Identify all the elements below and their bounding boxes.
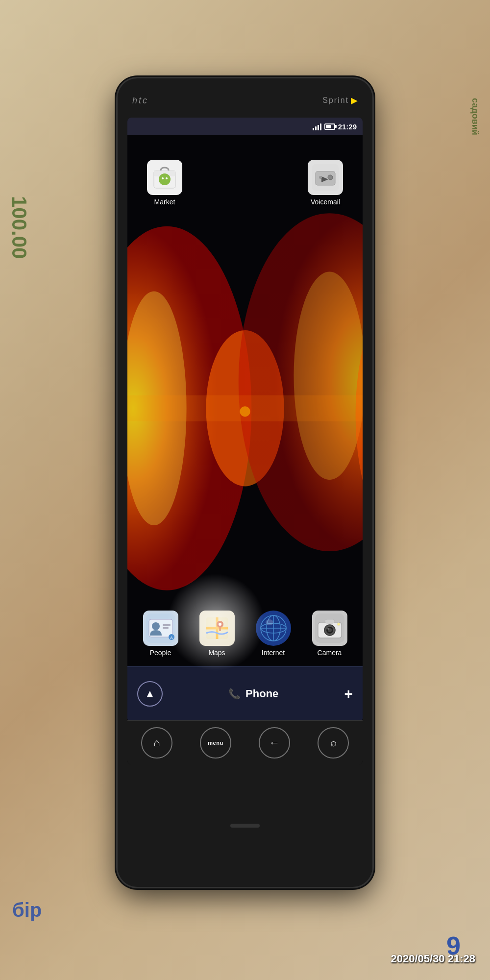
menu-button[interactable]: menu	[200, 727, 231, 759]
signal-bar-3	[318, 125, 319, 130]
svg-point-24	[152, 622, 160, 630]
status-time: 21:29	[338, 122, 357, 131]
internet-icon-image	[256, 611, 291, 646]
svg-point-9	[240, 406, 250, 416]
voicemail-label: Voicemail	[311, 198, 340, 206]
camera-app-icon[interactable]: Camera	[312, 611, 347, 657]
sprint-arrow: ▶	[351, 95, 358, 106]
home-icon: ⌂	[153, 736, 160, 749]
svg-point-21	[319, 176, 322, 179]
top-icons-row: Market	[127, 160, 363, 206]
market-icon-image	[147, 160, 182, 195]
market-app-icon[interactable]: Market	[147, 160, 182, 206]
signal-bar-4	[320, 123, 321, 130]
phone-bottom	[230, 764, 260, 887]
maps-label: Maps	[208, 649, 225, 657]
screen-main: Market	[127, 135, 363, 720]
status-bar: 21:29	[127, 118, 363, 135]
htc-logo: htc	[132, 96, 148, 106]
internet-app-icon[interactable]: Internet	[256, 611, 291, 657]
camera-icon-image	[312, 611, 347, 646]
battery-fill	[326, 125, 331, 128]
voicemail-app-icon[interactable]: Voicemail	[308, 160, 343, 206]
market-label: Market	[154, 198, 175, 206]
signal-bars	[313, 122, 321, 130]
bg-number: 100.00	[7, 196, 31, 259]
dock-bar: ▲ 📞 Phone +	[127, 666, 363, 720]
svg-point-12	[159, 173, 171, 185]
photo-timestamp: 2020/05/30 21:28	[391, 953, 476, 965]
svg-point-20	[328, 175, 333, 180]
svg-rect-15	[161, 181, 163, 184]
svg-rect-44	[325, 619, 335, 623]
physical-home-button[interactable]	[230, 824, 260, 828]
phone-device: htc Sprint ▶ 21:29	[118, 78, 372, 887]
people-app-icon[interactable]: A People	[143, 611, 178, 657]
back-button[interactable]: ←	[259, 727, 290, 759]
dock-phone-label: Phone	[245, 687, 278, 700]
camera-label: Camera	[318, 649, 342, 657]
phone-screen: 21:29	[127, 118, 363, 764]
voicemail-icon-image	[308, 160, 343, 195]
svg-point-14	[166, 177, 168, 179]
maps-icon-image	[199, 611, 235, 646]
svg-point-5	[294, 272, 363, 480]
svg-text:A: A	[170, 636, 173, 640]
add-icon: +	[344, 686, 353, 702]
dock-phone-button[interactable]: 📞 Phone	[228, 687, 278, 700]
people-label: People	[150, 649, 172, 657]
menu-icon: menu	[208, 740, 223, 746]
search-button[interactable]: ⌕	[318, 727, 349, 759]
people-icon-image: A	[143, 611, 178, 646]
signal-bar-1	[313, 128, 314, 130]
svg-rect-16	[166, 181, 169, 184]
svg-rect-26	[163, 627, 169, 629]
bottom-icons-row: A People	[127, 611, 363, 657]
signal-bar-2	[315, 126, 317, 130]
search-icon: ⌕	[330, 736, 337, 749]
svg-point-34	[219, 623, 221, 626]
svg-rect-25	[163, 624, 171, 626]
battery-icon	[324, 123, 335, 130]
dock-add-button[interactable]: +	[344, 686, 353, 702]
maps-app-icon[interactable]: Maps	[199, 611, 235, 657]
sprint-logo: Sprint	[322, 96, 349, 105]
dock-up-icon: ▲	[145, 687, 155, 700]
phone-top-bar: htc Sprint ▶	[118, 78, 372, 118]
phone-call-icon: 📞	[228, 688, 241, 700]
dock-up-button[interactable]: ▲	[137, 681, 163, 707]
svg-point-48	[327, 628, 329, 630]
svg-point-13	[162, 177, 164, 179]
bg-bottom-left: біp	[12, 899, 42, 921]
home-button[interactable]: ⌂	[141, 727, 172, 759]
bg-text-right-1: садовий	[470, 98, 480, 135]
nav-bar: ⌂ menu ← ⌕	[127, 720, 363, 764]
svg-point-41	[266, 619, 273, 625]
svg-point-49	[337, 623, 340, 626]
back-icon: ←	[269, 736, 280, 749]
internet-label: Internet	[262, 649, 285, 657]
